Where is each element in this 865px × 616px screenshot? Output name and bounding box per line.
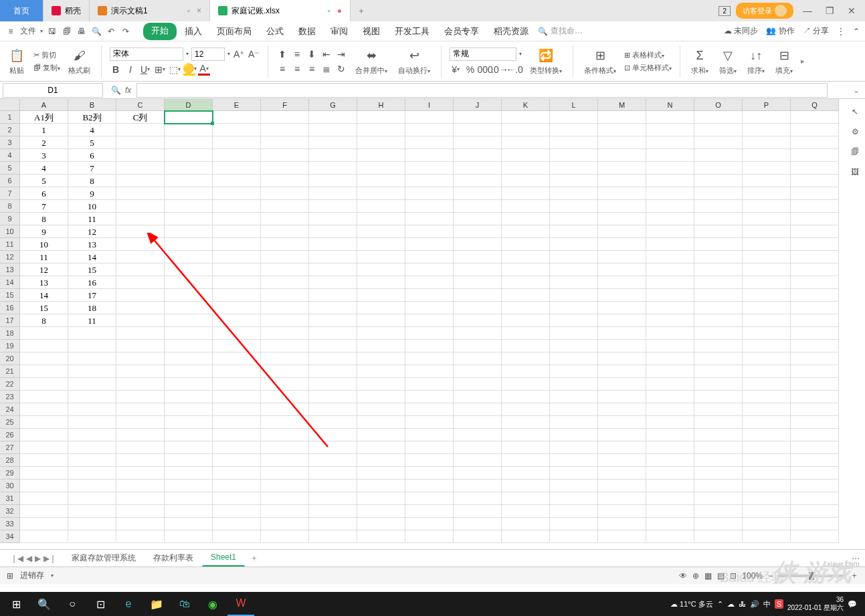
collapse-ribbon-icon[interactable]: ⌃ bbox=[853, 27, 860, 36]
cell[interactable] bbox=[791, 340, 839, 352]
cell[interactable] bbox=[261, 429, 309, 441]
cell[interactable] bbox=[646, 365, 694, 378]
cell[interactable] bbox=[550, 314, 598, 327]
cell[interactable] bbox=[405, 187, 454, 200]
cell[interactable] bbox=[743, 187, 791, 200]
cell[interactable] bbox=[743, 492, 791, 505]
cell[interactable] bbox=[550, 276, 598, 289]
cell[interactable] bbox=[309, 200, 357, 213]
col-header-D[interactable]: D bbox=[165, 99, 213, 111]
settings-tool-icon[interactable]: ⚙ bbox=[852, 127, 859, 136]
cell[interactable] bbox=[68, 327, 116, 340]
cell[interactable] bbox=[405, 429, 454, 441]
cell[interactable] bbox=[598, 518, 646, 530]
close-icon[interactable]: ✕ bbox=[844, 5, 860, 16]
cell[interactable] bbox=[550, 352, 598, 365]
cell[interactable] bbox=[454, 441, 502, 454]
col-header-L[interactable]: L bbox=[550, 99, 598, 111]
cell[interactable] bbox=[405, 225, 454, 238]
cell[interactable] bbox=[309, 302, 357, 314]
sort-label[interactable]: 排序▾ bbox=[747, 66, 765, 76]
cell[interactable] bbox=[68, 391, 116, 403]
cell[interactable] bbox=[165, 289, 213, 302]
copy-button[interactable]: 🗐 复制▾ bbox=[33, 63, 60, 73]
cell[interactable] bbox=[165, 200, 213, 213]
cell[interactable] bbox=[743, 111, 791, 124]
cell[interactable] bbox=[116, 518, 165, 530]
ribbon-more-icon[interactable]: ▸ bbox=[801, 57, 805, 66]
page-view-icon[interactable]: ▤ bbox=[717, 571, 725, 581]
cell[interactable] bbox=[502, 340, 550, 352]
cell[interactable] bbox=[502, 352, 550, 365]
cell[interactable] bbox=[261, 213, 309, 225]
col-header-I[interactable]: I bbox=[405, 99, 454, 111]
cell[interactable] bbox=[646, 162, 694, 175]
cell[interactable] bbox=[454, 124, 502, 136]
row-header[interactable]: 12 bbox=[0, 251, 20, 264]
cell[interactable] bbox=[454, 391, 502, 403]
redo-icon[interactable]: ↷ bbox=[120, 26, 131, 37]
cell[interactable] bbox=[743, 505, 791, 518]
comma-icon[interactable]: 000 bbox=[479, 64, 491, 76]
underline-icon[interactable]: U▾ bbox=[139, 64, 151, 76]
row-header[interactable]: 25 bbox=[0, 416, 20, 429]
cell[interactable] bbox=[694, 352, 743, 365]
dec-dec-icon[interactable]: ←.0 bbox=[508, 64, 520, 76]
row-header[interactable]: 8 bbox=[0, 200, 20, 213]
cell[interactable] bbox=[550, 492, 598, 505]
cell[interactable] bbox=[20, 378, 68, 391]
cell[interactable] bbox=[694, 467, 743, 480]
merge-label[interactable]: 合并居中▾ bbox=[355, 66, 387, 76]
filter-icon[interactable]: ▽ bbox=[719, 47, 737, 64]
cell[interactable] bbox=[357, 200, 405, 213]
cell[interactable] bbox=[550, 238, 598, 251]
cell[interactable] bbox=[454, 352, 502, 365]
cell[interactable] bbox=[405, 213, 454, 225]
border-icon[interactable]: ⊞▾ bbox=[154, 64, 166, 76]
currency-icon[interactable]: ¥▾ bbox=[450, 64, 462, 76]
cell[interactable] bbox=[309, 149, 357, 162]
cell[interactable] bbox=[20, 441, 68, 454]
cell[interactable] bbox=[694, 314, 743, 327]
cell[interactable] bbox=[116, 340, 165, 352]
cell[interactable] bbox=[116, 480, 165, 492]
cell[interactable] bbox=[646, 480, 694, 492]
cell[interactable] bbox=[116, 314, 165, 327]
cell[interactable] bbox=[213, 327, 261, 340]
cell[interactable] bbox=[165, 492, 213, 505]
cell[interactable] bbox=[454, 289, 502, 302]
row-header[interactable]: 3 bbox=[0, 136, 20, 149]
cell[interactable] bbox=[791, 480, 839, 492]
cell[interactable] bbox=[357, 302, 405, 314]
cell[interactable] bbox=[20, 530, 68, 543]
row-header[interactable]: 26 bbox=[0, 429, 20, 441]
cell[interactable] bbox=[743, 136, 791, 149]
cell[interactable] bbox=[791, 467, 839, 480]
row-header[interactable]: 32 bbox=[0, 505, 20, 518]
row-header[interactable]: 31 bbox=[0, 492, 20, 505]
cell[interactable]: 6 bbox=[68, 149, 116, 162]
cell[interactable] bbox=[213, 213, 261, 225]
cell[interactable] bbox=[405, 365, 454, 378]
cell[interactable] bbox=[165, 327, 213, 340]
cell[interactable] bbox=[646, 276, 694, 289]
ime-icon[interactable]: 中 bbox=[763, 599, 771, 609]
cell[interactable] bbox=[261, 187, 309, 200]
cell[interactable] bbox=[405, 276, 454, 289]
cell[interactable] bbox=[213, 314, 261, 327]
cell[interactable] bbox=[743, 340, 791, 352]
cell[interactable] bbox=[165, 454, 213, 467]
cell[interactable] bbox=[213, 276, 261, 289]
addin-icon[interactable]: ⊞ bbox=[7, 571, 13, 581]
cell[interactable] bbox=[743, 480, 791, 492]
cell[interactable] bbox=[309, 391, 357, 403]
cell[interactable] bbox=[454, 378, 502, 391]
cell[interactable] bbox=[165, 314, 213, 327]
cell[interactable] bbox=[357, 136, 405, 149]
command-search[interactable]: 🔍 查找命… bbox=[538, 25, 583, 37]
cell[interactable] bbox=[68, 467, 116, 480]
inc-font-icon[interactable]: A⁺ bbox=[233, 48, 245, 60]
row-header[interactable]: 15 bbox=[0, 289, 20, 302]
cell[interactable] bbox=[309, 162, 357, 175]
cell[interactable] bbox=[502, 530, 550, 543]
